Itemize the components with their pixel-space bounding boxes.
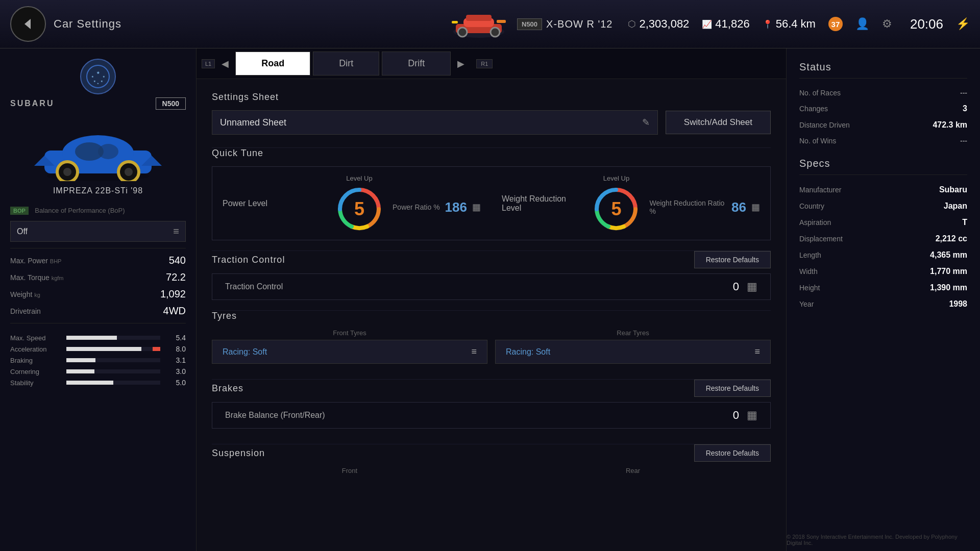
tab-dirt[interactable]: Dirt	[313, 52, 379, 76]
specs-aspiration-val: T	[962, 218, 967, 227]
top-car-image	[448, 9, 509, 39]
specs-country-row: Country Japan	[799, 202, 967, 211]
brakes-control-label: Brake Balance (Front/Rear)	[225, 411, 325, 420]
perf-value-accel: 8.0	[165, 345, 186, 353]
weight-label: Weight	[10, 290, 34, 298]
back-button[interactable]	[10, 6, 46, 42]
specs-manufacturer-key: Manufacturer	[799, 186, 841, 194]
status-changes-key: Changes	[799, 105, 828, 113]
brakes-section: Brakes Restore Defaults Brake Balance (F…	[197, 380, 786, 439]
power-ratio-row: Power Ratio % 186 ▦	[393, 199, 481, 215]
perf-label-accel: Acceleration	[10, 345, 61, 353]
sheet-row: Unnamed Sheet ✎ Switch/Add Sheet	[212, 110, 771, 135]
tab-prev-arrow[interactable]: ◀	[217, 58, 233, 69]
front-tyre-label: Front Tyres	[212, 329, 487, 337]
brand-logo-circle: ★ ★ ★ ★ ★ ★	[80, 59, 116, 94]
perf-bar-braking	[66, 358, 160, 362]
specs-country-key: Country	[799, 202, 824, 210]
svg-text:★: ★	[101, 80, 103, 83]
specs-height-row: Height 1,390 mm	[799, 283, 967, 292]
tab-road[interactable]: Road	[235, 52, 310, 76]
status-wins-val: ---	[960, 137, 967, 145]
rear-tyre-select[interactable]: Racing: Soft ≡	[495, 340, 771, 364]
power-ratio-value: 186	[445, 199, 467, 215]
credits-stat: ⬡ 2,303,082	[628, 17, 689, 31]
svg-point-25	[63, 168, 71, 176]
max-power-value: 540	[169, 255, 186, 266]
brakes-value: 0	[714, 409, 739, 422]
rear-tyre-menu-icon: ≡	[754, 346, 760, 357]
suspension-restore-button[interactable]: Restore Defaults	[694, 444, 771, 462]
tc-restore-button[interactable]: Restore Defaults	[694, 251, 771, 268]
specs-height-val: 1,390 mm	[930, 283, 967, 292]
perf-label-braking: Braking	[10, 357, 61, 364]
stability-perf: Stability 5.0	[10, 379, 186, 387]
car-badge-top: N500	[517, 18, 542, 30]
performance-section: Max. Speed 5.4 Acceleration 8.0 Braking …	[10, 334, 186, 387]
profile-icon: 👤	[855, 17, 869, 31]
settings-sheet-title: Settings Sheet	[212, 92, 771, 103]
weight-reduction-label: Weight Reduction Level	[502, 194, 566, 212]
perf-label-speed: Max. Speed	[10, 334, 61, 342]
weight-unit: kg	[34, 292, 40, 298]
svg-text:★: ★	[103, 75, 105, 78]
weight-dial-value: 5	[611, 198, 621, 220]
level-badge: 37	[828, 17, 843, 31]
max-torque-label: Max. Torque	[10, 273, 52, 282]
weight-dial: 5	[593, 186, 639, 232]
bop-toggle[interactable]: Off ≡	[10, 221, 186, 242]
svg-rect-4	[466, 15, 492, 21]
tc-title: Traction Control	[212, 255, 285, 265]
distance-value: 56.4 km	[776, 17, 816, 31]
tab-next-arrow[interactable]: ▶	[453, 58, 469, 69]
status-distance-row: Distance Driven 472.3 km	[799, 120, 967, 130]
svg-text:★: ★	[93, 80, 96, 83]
perf-value-speed: 5.4	[165, 334, 186, 342]
status-races-row: No. of Races ---	[799, 89, 967, 97]
brakes-title: Brakes	[212, 383, 243, 394]
brakes-restore-button[interactable]: Restore Defaults	[694, 380, 771, 397]
svg-text:★: ★	[97, 82, 100, 85]
brand-logo-section: ★ ★ ★ ★ ★ ★ SUBARU N500	[10, 59, 186, 110]
drivetrain-value: 4WD	[163, 305, 186, 317]
sheet-name-text: Unnamed Sheet	[220, 117, 286, 128]
brakes-bar-icon: ▦	[747, 409, 757, 422]
tc-value: 0	[714, 280, 739, 293]
power-ratio-label: Power Ratio %	[393, 203, 440, 211]
tab-drift[interactable]: Drift	[382, 52, 451, 76]
tc-header-row: Traction Control Restore Defaults	[212, 251, 771, 268]
specs-width-row: Width 1,770 mm	[799, 267, 967, 276]
weight-value: 1,092	[160, 288, 186, 300]
car-name-left: IMPREZA 22B-STi '98	[10, 186, 186, 195]
bop-description: Balance of Performance (BoP)	[35, 207, 125, 214]
tc-control-row: Traction Control 0 ▦	[212, 273, 771, 300]
front-tyre-menu-icon: ≡	[471, 346, 477, 357]
points-value: 41,826	[715, 17, 749, 31]
max-power-label: Max. Power	[10, 257, 50, 265]
power-label-container: Power Level	[223, 199, 267, 208]
specs-year-val: 1998	[949, 299, 967, 309]
braking-perf: Braking 3.1	[10, 356, 186, 364]
perf-value-braking: 3.1	[165, 356, 186, 364]
status-distance-key: Distance Driven	[799, 121, 850, 129]
rear-tyre-label: Rear Tyres	[495, 329, 771, 337]
perf-value-stability: 5.0	[165, 379, 186, 387]
rear-tyre-value: Racing: Soft	[506, 347, 550, 357]
specs-aspiration-key: Aspiration	[799, 218, 831, 227]
specs-title: Specs	[799, 158, 967, 175]
specs-year-key: Year	[799, 300, 814, 308]
edit-sheet-icon[interactable]: ✎	[642, 117, 650, 128]
front-tyre-value: Racing: Soft	[223, 347, 267, 357]
suspension-front-label: Front	[212, 467, 487, 474]
svg-point-5	[458, 28, 467, 37]
tab-bar: L1 ◀ Road Dirt Drift ▶ R1	[197, 48, 786, 79]
status-wins-row: No. of Wins ---	[799, 137, 967, 145]
brakes-header-row: Brakes Restore Defaults	[212, 380, 771, 397]
max-torque-row: Max. Torque kgfm 72.2	[10, 271, 186, 283]
status-changes-val: 3	[963, 104, 967, 113]
front-tyre-select[interactable]: Racing: Soft ≡	[212, 340, 487, 364]
switch-add-sheet-button[interactable]: Switch/Add Sheet	[666, 111, 771, 134]
tyres-grid: Front Tyres Racing: Soft ≡ Rear Tyres Ra…	[212, 329, 771, 364]
left-panel: ★ ★ ★ ★ ★ ★ SUBARU N500	[0, 48, 197, 551]
status-races-val: ---	[960, 89, 967, 97]
